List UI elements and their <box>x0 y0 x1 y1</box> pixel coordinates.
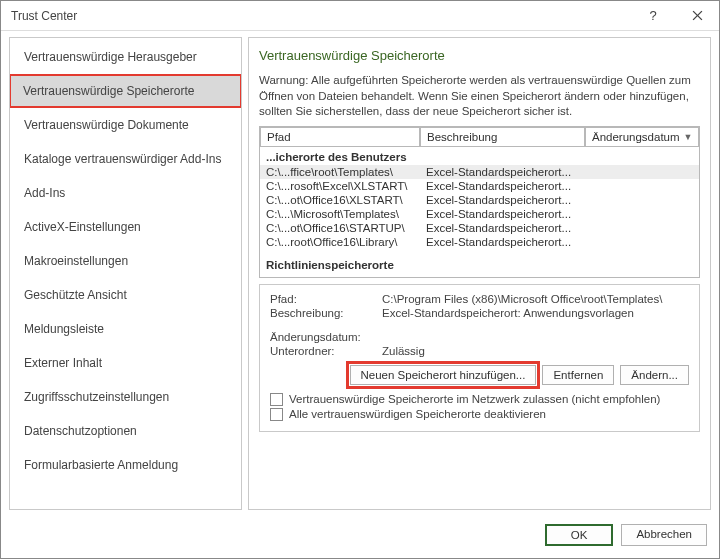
disable-all-checkbox[interactable]: Alle vertrauenswürdigen Speicherorte dea… <box>270 408 689 421</box>
titlebar: Trust Center ? <box>1 1 719 31</box>
cell-path: C:\...root\Office16\Library\ <box>260 235 420 249</box>
sidebar-item-addin-catalogs[interactable]: Kataloge vertrauenswürdiger Add-Ins <box>10 142 241 176</box>
locations-table: Pfad Beschreibung Änderungsdatum▼ ...ich… <box>259 126 700 278</box>
checkbox-label: Vertrauenswürdige Speicherorte im Netzwe… <box>289 393 660 405</box>
allow-network-checkbox[interactable]: Vertrauenswürdige Speicherorte im Netzwe… <box>270 393 689 406</box>
sidebar-item-label: Geschützte Ansicht <box>24 288 127 302</box>
group-policy-locations: Richtlinienspeicherorte <box>260 257 699 273</box>
button-label: Neuen Speicherort hinzufügen... <box>361 369 526 381</box>
detail-buttons: Neuen Speicherort hinzufügen... Entferne… <box>270 365 689 385</box>
add-location-button[interactable]: Neuen Speicherort hinzufügen... <box>350 365 537 385</box>
cell-path: C:\...ffice\root\Templates\ <box>260 165 420 179</box>
table-row[interactable]: C:\...\Microsoft\Templates\ Excel-Standa… <box>260 207 699 221</box>
sidebar-item-activex[interactable]: ActiveX-Einstellungen <box>10 210 241 244</box>
close-button[interactable] <box>675 1 719 31</box>
detail-desc-label: Beschreibung: <box>270 307 382 319</box>
col-label: Pfad <box>267 131 291 143</box>
trust-center-dialog: Trust Center ? Vertrauenswürdige Herausg… <box>0 0 720 559</box>
panel-warning-text: Warnung: Alle aufgeführten Speicherorte … <box>259 73 700 120</box>
location-details: Pfad:C:\Program Files (x86)\Microsoft Of… <box>259 284 700 432</box>
sidebar-item-message-bar[interactable]: Meldungsleiste <box>10 312 241 346</box>
modify-location-button[interactable]: Ändern... <box>620 365 689 385</box>
detail-sub-label: Unterordner: <box>270 345 382 357</box>
sidebar-item-protected-view[interactable]: Geschützte Ansicht <box>10 278 241 312</box>
help-button[interactable]: ? <box>631 1 675 31</box>
sort-arrow-icon: ▼ <box>684 132 693 142</box>
cell-desc: Excel-Standardspeicherort... <box>420 193 585 207</box>
col-label: Änderungsdatum <box>592 131 680 143</box>
button-label: Entfernen <box>553 369 603 381</box>
dialog-footer: OK Abbrechen <box>1 516 719 558</box>
remove-location-button[interactable]: Entfernen <box>542 365 614 385</box>
cell-path: C:\...rosoft\Excel\XLSTART\ <box>260 179 420 193</box>
sidebar-item-label: Zugriffsschutzeinstellungen <box>24 390 169 404</box>
detail-path-label: Pfad: <box>270 293 382 305</box>
sidebar-item-addins[interactable]: Add-Ins <box>10 176 241 210</box>
button-label: OK <box>571 529 588 541</box>
button-label: Abbrechen <box>636 528 692 540</box>
col-desc[interactable]: Beschreibung <box>420 127 585 147</box>
checkbox-icon <box>270 393 283 406</box>
cell-path: C:\...ot\Office16\XLSTART\ <box>260 193 420 207</box>
close-icon <box>692 10 703 21</box>
sidebar-item-privacy[interactable]: Datenschutzoptionen <box>10 414 241 448</box>
sidebar: Vertrauenswürdige Herausgeber Vertrauens… <box>9 37 242 510</box>
cell-path: C:\...ot\Office16\STARTUP\ <box>260 221 420 235</box>
window-title: Trust Center <box>11 9 631 23</box>
col-label: Beschreibung <box>427 131 497 143</box>
panel-heading: Vertrauenswürdige Speicherorte <box>259 48 700 63</box>
detail-date-label: Änderungsdatum: <box>270 331 382 343</box>
sidebar-item-label: Vertrauenswürdige Herausgeber <box>24 50 197 64</box>
table-row[interactable]: C:\...ot\Office16\XLSTART\ Excel-Standar… <box>260 193 699 207</box>
button-label: Ändern... <box>631 369 678 381</box>
sidebar-item-macro[interactable]: Makroeinstellungen <box>10 244 241 278</box>
table-body: ...icherorte des Benutzers C:\...ffice\r… <box>260 147 699 277</box>
table-row[interactable]: C:\...ffice\root\Templates\ Excel-Standa… <box>260 165 699 179</box>
cancel-button[interactable]: Abbrechen <box>621 524 707 546</box>
sidebar-item-label: ActiveX-Einstellungen <box>24 220 141 234</box>
checkbox-icon <box>270 408 283 421</box>
cell-desc: Excel-Standardspeicherort... <box>420 235 585 249</box>
sidebar-item-label: Vertrauenswürdige Speicherorte <box>23 84 194 98</box>
ok-button[interactable]: OK <box>545 524 614 546</box>
sidebar-item-form-signin[interactable]: Formularbasierte Anmeldung <box>10 448 241 482</box>
table-header: Pfad Beschreibung Änderungsdatum▼ <box>260 127 699 147</box>
sidebar-item-trusted-documents[interactable]: Vertrauenswürdige Dokumente <box>10 108 241 142</box>
sidebar-item-label: Externer Inhalt <box>24 356 102 370</box>
table-row[interactable]: C:\...ot\Office16\STARTUP\ Excel-Standar… <box>260 221 699 235</box>
sidebar-item-label: Vertrauenswürdige Dokumente <box>24 118 189 132</box>
detail-desc-value: Excel-Standardspeicherort: Anwendungsvor… <box>382 307 689 319</box>
cell-path: C:\...\Microsoft\Templates\ <box>260 207 420 221</box>
sidebar-item-label: Add-Ins <box>24 186 65 200</box>
table-row[interactable]: C:\...root\Office16\Library\ Excel-Stand… <box>260 235 699 249</box>
sidebar-item-file-block[interactable]: Zugriffsschutzeinstellungen <box>10 380 241 414</box>
group-user-locations: ...icherorte des Benutzers <box>260 149 699 165</box>
cell-desc: Excel-Standardspeicherort... <box>420 207 585 221</box>
sidebar-item-label: Datenschutzoptionen <box>24 424 137 438</box>
col-date[interactable]: Änderungsdatum▼ <box>585 127 699 147</box>
dialog-body: Vertrauenswürdige Herausgeber Vertrauens… <box>1 31 719 516</box>
cell-desc: Excel-Standardspeicherort... <box>420 179 585 193</box>
sidebar-item-label: Formularbasierte Anmeldung <box>24 458 178 472</box>
table-row[interactable]: C:\...rosoft\Excel\XLSTART\ Excel-Standa… <box>260 179 699 193</box>
content-panel: Vertrauenswürdige Speicherorte Warnung: … <box>248 37 711 510</box>
cell-desc: Excel-Standardspeicherort... <box>420 165 585 179</box>
sidebar-item-trusted-locations[interactable]: Vertrauenswürdige Speicherorte <box>9 74 242 108</box>
sidebar-item-external-content[interactable]: Externer Inhalt <box>10 346 241 380</box>
detail-path-value: C:\Program Files (x86)\Microsoft Office\… <box>382 293 689 305</box>
checkbox-label: Alle vertrauenswürdigen Speicherorte dea… <box>289 408 546 420</box>
sidebar-item-label: Makroeinstellungen <box>24 254 128 268</box>
col-path[interactable]: Pfad <box>260 127 420 147</box>
sidebar-item-label: Meldungsleiste <box>24 322 104 336</box>
cell-desc: Excel-Standardspeicherort... <box>420 221 585 235</box>
detail-sub-value: Zulässig <box>382 345 689 357</box>
detail-date-value <box>382 331 689 343</box>
sidebar-item-label: Kataloge vertrauenswürdiger Add-Ins <box>24 152 221 166</box>
sidebar-item-trusted-publishers[interactable]: Vertrauenswürdige Herausgeber <box>10 40 241 74</box>
